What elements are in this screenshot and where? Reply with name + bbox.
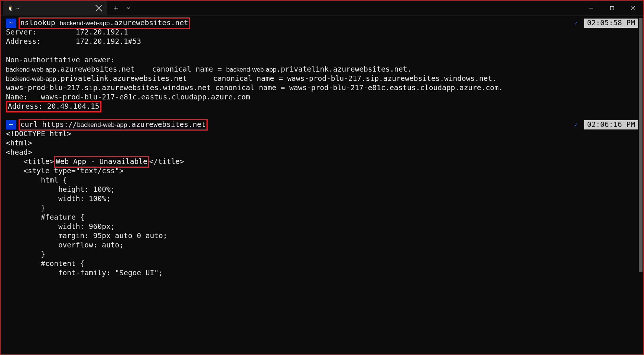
output-line: html {	[6, 176, 638, 185]
tab-dropdown-button[interactable]	[123, 2, 134, 14]
highlight-curl-cmd: curl https://backend-web-app.azurewebsit…	[19, 119, 208, 131]
prompt-line-2: ~ curl https://backend-web-app.azurewebs…	[6, 120, 638, 129]
timestamp: 02:05:58 PM	[584, 19, 638, 28]
output-line: overflow: auto;	[6, 241, 638, 250]
output-line: width: 960px;	[6, 222, 638, 231]
output-line: backend-web-app.privatelink.azurewebsite…	[6, 74, 638, 83]
highlight-resolved-address: Address: 20.49.104.15	[6, 101, 101, 112]
hostname-placeholder: backend-web-app	[77, 121, 127, 128]
title-bar: 🐧 ~	[1, 1, 643, 16]
output-line: <style type="text/css">	[6, 167, 638, 176]
output-line: font-family: "Segoe UI";	[6, 269, 638, 278]
output-line: waws-prod-blu-217.sip.azurewebsites.wind…	[6, 83, 638, 93]
new-tab-button[interactable]	[110, 2, 122, 14]
output-line: Address: 172.20.192.1#53	[6, 37, 638, 46]
output-line: #content {	[6, 259, 638, 269]
prompt-line-1: ~ nslookup backend-web-app.azurewebsites…	[6, 19, 638, 28]
minimize-button[interactable]	[581, 1, 602, 15]
cmd-text: nslookup	[20, 19, 60, 27]
output-line: backend-web-app.azurewebsites.net canoni…	[6, 65, 638, 74]
highlight-title-unavailable: Web App - Unavailable	[54, 156, 149, 168]
window-controls	[581, 1, 643, 15]
tab-title: ~	[16, 5, 92, 11]
close-window-button[interactable]	[622, 1, 643, 15]
prompt-path: ~	[6, 120, 16, 129]
output-line: }	[6, 250, 638, 259]
maximize-button[interactable]	[602, 1, 622, 15]
output-line: }	[6, 204, 638, 213]
output-line: <html>	[6, 139, 638, 148]
check-icon: ✓	[574, 122, 577, 128]
output-line: height: 100%;	[6, 185, 638, 194]
output-line: width: 100%;	[6, 194, 638, 204]
tab-strip: 🐧 ~	[1, 1, 581, 15]
output-line: Address: 20.49.104.15	[6, 102, 638, 111]
hostname-placeholder: backend-web-app	[59, 20, 110, 27]
cmd-text: curl https://	[20, 120, 77, 129]
output-line: #feature {	[6, 213, 638, 222]
highlight-nslookup-cmd: nslookup backend-web-app.azurewebsites.n…	[19, 17, 190, 29]
prompt-path: ~	[6, 19, 16, 28]
terminal-window: 🐧 ~	[1, 1, 643, 354]
scrollbar[interactable]	[638, 16, 643, 354]
check-icon: ✓	[574, 20, 577, 27]
tab-active[interactable]: 🐧 ~	[3, 1, 107, 15]
scrollbar-thumb[interactable]	[639, 18, 643, 272]
terminal-body[interactable]: ~ nslookup backend-web-app.azurewebsites…	[1, 16, 643, 354]
cmd-text-suffix: .azurewebsites.net	[127, 120, 206, 129]
output-line: margin: 95px auto 0 auto;	[6, 231, 638, 241]
cmd-text-suffix: .azurewebsites.net	[110, 19, 188, 27]
output-line: Server: 172.20.192.1	[6, 28, 638, 37]
svg-rect-0	[611, 6, 614, 10]
output-line: <title>Web App - Unavailable</title>	[6, 157, 638, 167]
timestamp: 02:06:16 PM	[584, 120, 638, 129]
penguin-icon: 🐧	[7, 5, 13, 11]
output-line: <!DOCTYPE html>	[6, 129, 638, 139]
output-line: Non-authoritative answer:	[6, 56, 638, 65]
close-tab-button[interactable]	[95, 4, 103, 12]
